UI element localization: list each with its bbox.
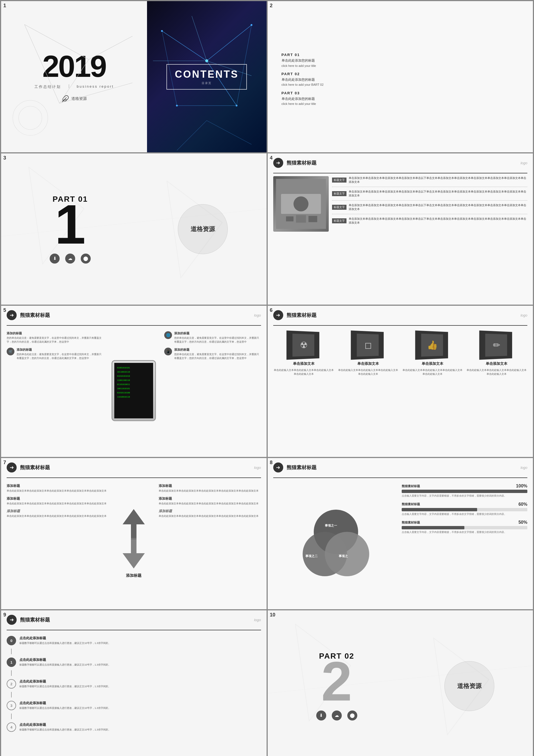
s7-arrow: ➜ xyxy=(7,463,17,472)
svg-point-5 xyxy=(13,100,48,135)
s7-r2-text: 单击此处添加文本单击此处添加文本单击此处添加文本单击此处添加文本单击此处添加文本 xyxy=(159,502,261,506)
s8-header: ➜ 熊猫素材标题 logo xyxy=(273,463,528,472)
s7-right: 添加标题 单击此处添加文本单击此处添加文本单击此处添加文本单击此处添加文本单击此… xyxy=(159,481,261,605)
s5-item1-text: 您的单击此处注意：避免需要直觉文字，在这里中你通过找到本文，并重新只有覆盖文字；… xyxy=(7,336,103,344)
slide-number-5: 5 xyxy=(3,308,6,313)
s7-r2-title: 添加标题 xyxy=(159,496,261,501)
slide3-left: PART 01 1 ⬇ ☁ ⬤ xyxy=(1,184,139,275)
s10-icons: ⬇ ☁ ⬤ xyxy=(316,711,357,720)
s6-card2-title: 单击添加文本 xyxy=(357,361,379,366)
s8-p2-bar-bg xyxy=(402,508,527,511)
svg-rect-31 xyxy=(286,216,293,221)
slide-number-3: 3 xyxy=(3,155,6,161)
s9-num0: 0 xyxy=(7,636,16,645)
s5-body: 添加的标题 您的单击此处注意：避免需要直觉文字，在这里中你通过找到本文，并重新只… xyxy=(7,329,261,452)
s6-box1: ☢ xyxy=(286,330,319,360)
s7-l3: 添加标题 单击此处添加文本单击此处添加文本单击此处添加文本单击此处添加文本单击此… xyxy=(7,509,109,518)
s3-icon-weibo: ⬤ xyxy=(81,254,91,263)
svg-rect-33 xyxy=(308,216,317,222)
slide-number-7: 7 xyxy=(3,460,6,466)
s6-box4: ✏ xyxy=(479,330,512,360)
slide1-logo-text: 道格资源 xyxy=(71,96,87,101)
s5-item2: 添加的标题 您的单击此处注意：避免需要直觉文字，在这里中你通过找到本文，并重新只… xyxy=(17,348,103,360)
s9-tl1-text: 标题数字都都可以通过点击和直接输入进行更改，建议正文10号字，1.3倍字间距。 xyxy=(19,663,111,667)
slide2-content: PART 01 单击此处添加您的标题 click here to add you… xyxy=(281,10,519,144)
s4-tag4: 标题文字 xyxy=(332,218,346,223)
cart-icon: 🛒 xyxy=(7,348,14,355)
globe-icon: 🌐 xyxy=(164,331,172,339)
s8-p2-bar-fill xyxy=(402,508,477,511)
s5-title: 熊猫素材标题 xyxy=(20,312,50,318)
s7-l1-text: 单击此处添加文本单击此处添加文本单击此处添加文本单击此处添加文本单击此处添加文本 xyxy=(7,489,109,493)
s8-progress3: 熊猫素材标题 50% 点击输入需要文字内容，文字内容需要根据，不用多余的文字情绪… xyxy=(402,520,527,534)
s7-r1: 添加标题 单击此处添加文本单击此处添加文本单击此处添加文本单击此处添加文本单击此… xyxy=(159,484,261,493)
s4-item-4: 标题文字 单击添加文本单击添加文本单击添加文本单击添加文本单击以下单击文本单击添… xyxy=(332,217,528,225)
s8-right: 熊猫素材标题 100% 点击输入需要文字内容，文字内容需要根据，不用多余的文字情… xyxy=(402,481,527,605)
svg-text:01010101010: 01010101010 xyxy=(117,375,130,377)
slide10-right: 道格资源 xyxy=(406,661,533,711)
s8-p1-bar-bg xyxy=(402,490,527,493)
s9-title: 熊猫素材标题 xyxy=(20,616,50,623)
s9-num3: 3 xyxy=(7,701,16,710)
slide1-left-panel: 2019 工作总结计划 business report 道格资源 xyxy=(1,1,147,152)
svg-line-19 xyxy=(207,121,251,144)
s9-tl3-text: 标题数字都都可以通过点击和直接输入进行更改，建议正文10号字，1.3倍字间距。 xyxy=(19,706,111,710)
slide1-right-panel: CONTENTS 目录页 xyxy=(147,1,266,152)
s9-arrow: ➜ xyxy=(7,615,17,625)
s6-card4: ✏ 单击添加文本 单击此处输入文本单击此处输入文本单击此处输入文本单击此处输入文… xyxy=(466,331,527,452)
s4-title: 熊猫素材标题 xyxy=(286,159,316,166)
slide-9: 9 ➜ 熊猫素材标题 logo 0 点击此处添加标题 标题数字都都可以通过点击和… xyxy=(1,610,267,756)
s6-card4-title: 单击添加文本 xyxy=(486,361,507,366)
s8-p3-bar-fill xyxy=(402,526,465,529)
s8-arrow: ➜ xyxy=(273,463,283,472)
s4-item-2: 标题文字 单击添加文本单击添加文本单击添加文本单击添加文本单击以下单击文本单击添… xyxy=(332,190,528,198)
s8-p1-bar-fill xyxy=(402,490,527,493)
s7-r3-title: 添加标题 xyxy=(159,509,261,514)
s5-arrow: ➜ xyxy=(7,310,17,320)
s2-part02: PART 02 xyxy=(281,72,519,76)
s8-p2-desc: 点击输入需要文字内容，文字内容需要根据，不用多余的文字情绪，需要很少的词的简分内… xyxy=(402,512,527,516)
svg-text:10110010110: 10110010110 xyxy=(117,371,130,373)
s8-p3-desc: 点击输入需要文字内容，文字内容需要根据，不用多余的文字情绪，需要很少的词的简分内… xyxy=(402,530,527,534)
s9-tl2-title: 点击此处添加标题 xyxy=(19,679,111,684)
contents-sub: 目录页 xyxy=(175,81,239,85)
slide3-right: 道格资源 xyxy=(139,204,266,254)
s9-tl0-title: 点击此处添加标题 xyxy=(19,636,111,640)
s9-tl2-text: 标题数字都都可以通过点击和直接输入进行更改，建议正文10号字，1.3倍字间距。 xyxy=(19,685,111,688)
s9-tl3-content: 点击此处添加标题 标题数字都都可以通过点击和直接输入进行更改，建议正文10号字，… xyxy=(19,701,111,710)
s10-icon-download: ⬇ xyxy=(316,711,326,720)
venn-diagram: 事项之一 事项之二 事项之 xyxy=(300,507,372,579)
s8-p2-pct: 60% xyxy=(519,502,527,507)
s10-icon-weibo: ⬤ xyxy=(347,711,357,720)
slide3-circle-logo: 道格资源 xyxy=(178,204,228,254)
s5-item3-text: 您的单击此处注意，避免需要直觉文字。在这里中你通过找到本文，并重新只有覆盖文字；… xyxy=(174,336,261,344)
s9-tl0-text: 标题数字都都可以通过点击和直接输入进行更改，建议正文10号字，1.3倍字间距。 xyxy=(19,641,111,645)
s6-icon2: ◻ xyxy=(364,340,372,350)
s8-p1-desc: 点击输入需要文字内容，文字内容需要根据，不用多余的文字情绪，需要很少的词的简分内… xyxy=(402,494,527,498)
s4-desc3: 单击添加文本单击添加文本单击添加文本单击添加文本单击以下单击文本单击添加文本单击… xyxy=(349,203,528,211)
s9-tl3-title: 点击此处添加标题 xyxy=(19,701,111,706)
s7-center-label: 添加标题 xyxy=(126,573,142,578)
slide-number-2: 2 xyxy=(270,3,273,9)
s4-desc1: 单击添加文本单击添加文本单击添加文本单击添加文本单击以下单击文本单击添加文本单击… xyxy=(349,176,528,184)
s9-header-line xyxy=(7,630,261,630)
svg-point-30 xyxy=(293,197,308,211)
s4-image xyxy=(273,176,329,232)
s4-header: ➜ 熊猫素材标题 logo xyxy=(273,158,528,168)
s6-card1-text: 单击此处输入文本单击此处输入文本单击此处输入文本单击此处输入文本 xyxy=(273,368,335,376)
s6-card1: ☢ 单击添加文本 单击此处输入文本单击此处输入文本单击此处输入文本单击此处输入文… xyxy=(273,331,335,452)
s10-icon-cloud: ☁ xyxy=(332,711,342,720)
svg-point-22 xyxy=(251,24,252,26)
svg-marker-43 xyxy=(122,509,145,540)
s4-tag2: 标题文字 xyxy=(332,191,346,196)
s4-logo: logo xyxy=(521,161,527,165)
s4-arrow: ➜ xyxy=(273,158,283,168)
slide-7: 7 ➜ 熊猫素材标题 logo 添加标题 单击此处添加文本单击此处添加文本单击此… xyxy=(1,458,267,609)
s9-num4: 4 xyxy=(7,722,16,732)
s7-body: 添加标题 单击此处添加文本单击此处添加文本单击此处添加文本单击此处添加文本单击此… xyxy=(7,481,261,605)
svg-line-18 xyxy=(177,121,207,150)
venn-label-bl: 事项之二 xyxy=(306,554,318,558)
slide-number-1: 1 xyxy=(3,3,6,9)
s5-icon-cart: 🛒 添加的标题 您的单击此处注意：避免需要直觉文字，在这里中你通过找到本文，并重… xyxy=(7,348,103,360)
s9-tl2: 2 点击此处添加标题 标题数字都都可以通过点击和直接输入进行更改，建议正文10号… xyxy=(7,679,261,688)
